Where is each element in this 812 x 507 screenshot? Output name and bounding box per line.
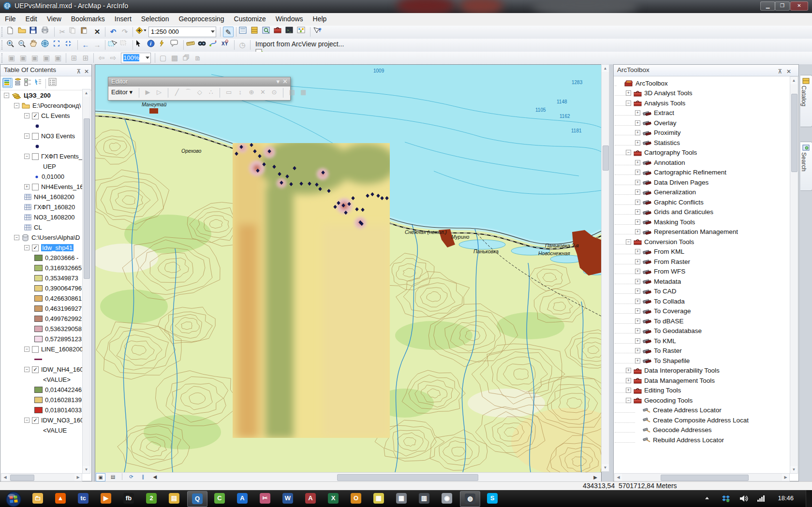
toolbox-item-cartographic-refinement[interactable]: +Cartographic Refinement — [615, 168, 790, 178]
toc-item-label[interactable]: 0,01000 — [42, 173, 64, 180]
toc-item--value-[interactable]: <VALUE> — [1, 375, 82, 385]
taskbar-explorer[interactable]: 🗀 — [28, 491, 47, 506]
toc-item-symbol[interactable] — [1, 354, 82, 364]
zoom-out-layout-icon[interactable]: ▣ — [18, 53, 29, 63]
collapse-icon[interactable]: − — [14, 103, 19, 108]
pin-icon[interactable]: ⊼ — [75, 66, 83, 77]
toc-item-idw_shp41[interactable]: −✓Idw_shp41 — [1, 243, 82, 253]
expand-icon[interactable]: + — [635, 299, 640, 304]
toc-item-label[interactable]: Idw_shp41 — [41, 244, 74, 251]
zoom-in-icon[interactable] — [6, 40, 17, 50]
toc-item-e-росгеолфонд-[interactable]: −E:\Росгеолфонд\ — [1, 101, 82, 111]
toc-item-label[interactable]: LINE_1608200 — [41, 346, 82, 353]
toc-item-label[interactable]: IDW_NO3_160 — [41, 417, 82, 424]
hyperlink-icon[interactable] — [159, 40, 169, 50]
toolbox-item-label[interactable]: Rebuild Address Locator — [653, 436, 724, 444]
toolbox-item-label[interactable]: Cartographic Refinement — [654, 169, 726, 176]
toolbox-item-label[interactable]: Representation Management — [654, 228, 738, 235]
toolbox-item-label[interactable]: Create Composite Address Locat — [653, 417, 749, 424]
taskbar-outlook[interactable]: O — [346, 491, 366, 506]
search-window-icon[interactable] — [262, 27, 273, 37]
paste-icon[interactable] — [80, 27, 91, 37]
toc-item-label[interactable]: 0,016028139 — [45, 396, 82, 404]
toc-item-label[interactable]: NO3_1608200 — [34, 214, 75, 221]
layer-checkbox[interactable]: ✓ — [32, 366, 39, 373]
toolbox-item-label[interactable]: Overlay — [654, 119, 677, 127]
close-button[interactable]: ✕ — [790, 1, 808, 11]
map-scale-combo[interactable]: 1:250 000 — [148, 27, 216, 37]
open-document-icon[interactable] — [18, 27, 29, 37]
toc-item-0-01000[interactable]: 0,01000 — [1, 172, 82, 182]
close-icon[interactable]: ✕ — [785, 66, 793, 77]
toc-item-label[interactable]: 0,2803666 - — [45, 254, 78, 261]
toc-item-label[interactable]: NH4Events_16 — [41, 183, 82, 190]
scroll-up-button[interactable]: ▲ — [83, 89, 90, 97]
collapse-icon[interactable]: − — [24, 133, 30, 139]
undo-icon[interactable]: ↶ — [108, 27, 118, 37]
toc-item-0-316932665[interactable]: 0,316932665 — [1, 263, 82, 273]
toolbox-item-label[interactable]: Create Address Locator — [653, 406, 722, 414]
chevron-down-icon[interactable] — [211, 30, 215, 33]
tray-expand-icon[interactable] — [704, 495, 710, 502]
toc-item-0-014042246[interactable]: 0,014042246 — [1, 385, 82, 395]
toc-item-label[interactable]: ГХФП Events_1 — [41, 153, 82, 160]
expand-icon[interactable]: + — [635, 189, 640, 195]
data-view-button[interactable]: ▣ — [96, 473, 105, 481]
toolbox-item-rebuild-address-locator[interactable]: Rebuild Address Locator — [615, 435, 790, 445]
toc-item-label[interactable]: ЦЭЗ_200 — [24, 92, 51, 99]
scroll-down-button[interactable]: ▼ — [602, 464, 609, 471]
toolbox-item-label[interactable]: Data Management Tools — [644, 377, 715, 384]
focus-data-frame-icon[interactable]: ▩ — [169, 53, 180, 63]
identify-icon[interactable]: i — [147, 40, 158, 50]
layer-checkbox[interactable] — [32, 346, 39, 353]
toc-item-label[interactable]: 0,35349873 — [45, 275, 78, 282]
edit-annotation-tool-icon[interactable]: ▷ — [154, 87, 163, 98]
new-document-icon[interactable] — [6, 27, 17, 37]
toolbox-item-annotation[interactable]: +Annotation — [615, 158, 790, 168]
point-tool-icon[interactable]: ∴ — [207, 87, 216, 98]
toc-item-label[interactable]: NO3 Events — [41, 132, 75, 140]
minimize-button[interactable]: ▁ — [760, 1, 775, 11]
find-route-icon[interactable] — [209, 40, 220, 50]
toc-item-0-35349873[interactable]: 0,35349873 — [1, 273, 82, 283]
copy-icon[interactable] — [69, 27, 79, 37]
toolbox-item-to-dbase[interactable]: +To dBASE — [615, 316, 790, 326]
toc-item-0-536329058[interactable]: 0,536329058 — [1, 324, 82, 334]
expand-icon[interactable]: + — [635, 319, 640, 324]
forward-extent-icon[interactable]: → — [92, 40, 103, 50]
scroll-thumb[interactable] — [10, 475, 34, 481]
collapse-icon[interactable]: − — [626, 239, 631, 245]
data-driven-pages-icon[interactable]: 🗈 — [192, 53, 203, 63]
rotate-tool-icon[interactable]: ⊕ — [247, 87, 256, 98]
fixed-zoom-in-layout-icon[interactable]: ⊞ — [69, 53, 79, 63]
expand-icon[interactable]: + — [635, 279, 640, 284]
toolbox-item-label[interactable]: Editing Tools — [644, 387, 681, 394]
toc-item-гхфп-events_1[interactable]: −ГХФП Events_1 — [1, 151, 82, 161]
toc-item-label[interactable]: IDW_NH4_160 — [41, 366, 82, 373]
dropbox-icon[interactable] — [722, 495, 730, 502]
maximize-button[interactable]: ❐ — [775, 1, 790, 11]
taskbar-media-library[interactable]: ▥ — [414, 491, 434, 506]
toc-item-0-018014033[interactable]: 0,018014033 — [1, 405, 82, 415]
toc-item-cl-events[interactable]: −✓CL Events — [1, 111, 82, 121]
collapse-icon[interactable]: − — [626, 101, 631, 106]
list-by-selection-icon[interactable] — [34, 78, 43, 87]
toolbox-item-from-raster[interactable]: +From Raster — [615, 257, 790, 267]
toolbox-vertical-scrollbar[interactable]: ▲ ▼ — [790, 76, 798, 474]
layer-checkbox[interactable] — [32, 184, 39, 190]
catalog-window-icon[interactable] — [251, 27, 261, 37]
scroll-up-button[interactable]: ▲ — [602, 65, 609, 72]
collapse-icon[interactable]: − — [24, 113, 30, 118]
expand-icon[interactable]: + — [635, 130, 640, 135]
menu-view[interactable]: View — [42, 13, 66, 25]
back-extent-icon[interactable]: ← — [80, 40, 91, 50]
expand-icon[interactable]: + — [626, 378, 631, 383]
expand-icon[interactable]: + — [626, 90, 631, 96]
delete-icon[interactable]: ✕ — [92, 27, 103, 37]
toc-item-idw_no3_160[interactable]: −✓IDW_NO3_160 — [1, 415, 82, 425]
editor-toggle-icon[interactable]: ✎ — [223, 27, 234, 37]
full-extent-icon[interactable] — [41, 40, 52, 50]
expand-icon[interactable]: + — [24, 184, 30, 189]
toolbox-item-generalization[interactable]: +Generalization — [615, 188, 790, 198]
taskbar-coreldraw[interactable]: C — [210, 491, 229, 506]
